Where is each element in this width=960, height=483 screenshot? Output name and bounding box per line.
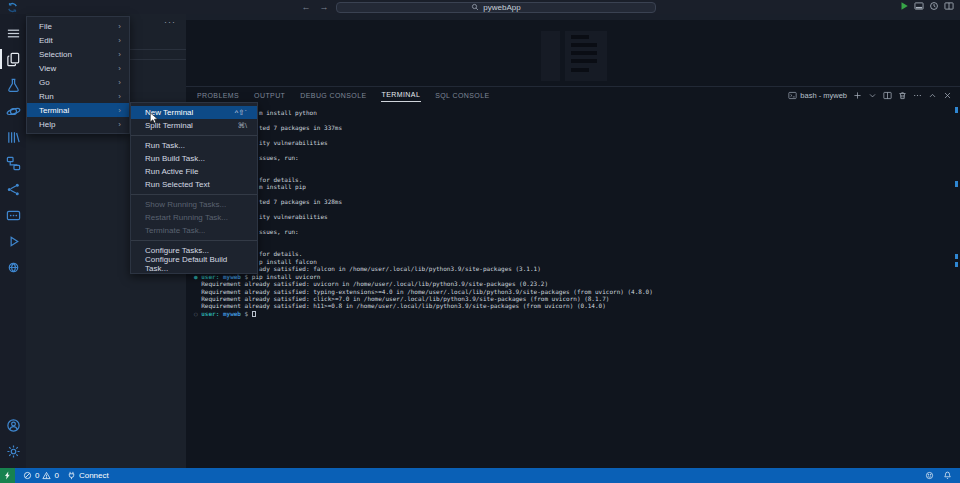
panel-tab-problems[interactable]: PROBLEMS — [196, 89, 240, 102]
globe-icon[interactable] — [0, 254, 26, 280]
menu-item-file[interactable]: File› — [27, 19, 129, 33]
menu-item-label: Run Active File — [145, 167, 198, 176]
run-outline-icon[interactable] — [0, 228, 26, 254]
activity-bar — [0, 14, 26, 468]
back-icon[interactable]: ← — [300, 1, 312, 13]
scrollbar-command-mark — [955, 181, 958, 187]
terminal-line: ity vulnerabilities — [194, 139, 948, 146]
hierarchy-icon[interactable] — [0, 150, 26, 176]
menu-item-view[interactable]: View› — [27, 61, 129, 75]
terminal-line: ● user: myweb $ pip install uvicorn — [194, 273, 948, 280]
terminal-cursor — [252, 311, 256, 317]
menu-item-terminate-task: Terminate Task... — [131, 224, 257, 237]
menu-item-selection[interactable]: Selection› — [27, 47, 129, 61]
connect-button[interactable]: Connect — [67, 471, 109, 480]
files-icon[interactable] — [0, 46, 26, 72]
error-icon — [23, 471, 32, 480]
close-icon[interactable] — [943, 91, 952, 100]
menu-item-run-task[interactable]: Run Task... — [131, 139, 257, 152]
menu-item-shortcut: ^⇧` — [235, 108, 247, 117]
menu-item-label: Restart Running Task... — [145, 213, 228, 222]
titlebar-actions — [899, 1, 954, 11]
bell-icon[interactable] — [943, 471, 952, 480]
terminal-line: ted 7 packages in 337ms — [194, 124, 948, 131]
terminal-line — [194, 131, 948, 138]
panel-toolbar: bash - myweb — [788, 87, 952, 103]
menu-item-help[interactable]: Help› — [27, 117, 129, 131]
trash-icon[interactable] — [898, 91, 907, 100]
plus-icon[interactable] — [853, 91, 862, 100]
menu-item-shortcut: ⌘\ — [237, 121, 247, 130]
menu-item-run-build-task[interactable]: Run Build Task... — [131, 152, 257, 165]
more-icon[interactable] — [913, 91, 922, 100]
menu-item-edit[interactable]: Edit› — [27, 33, 129, 47]
panel-toggle-icon[interactable] — [914, 1, 924, 11]
chevron-up-icon[interactable] — [928, 91, 937, 100]
terminal-line: ssues, run: — [194, 228, 948, 235]
terminal-line: for details. — [194, 176, 948, 183]
menu-item-label: Show Running Tasks... — [145, 200, 226, 209]
menu-item-go[interactable]: Go› — [27, 75, 129, 89]
run-icon[interactable] — [899, 1, 909, 11]
menu-item-run[interactable]: Run› — [27, 89, 129, 103]
forward-icon[interactable]: → — [318, 1, 330, 13]
menu-item-run-active-file[interactable]: Run Active File — [131, 165, 257, 178]
terminal-session-picker[interactable]: bash - myweb — [788, 91, 847, 100]
menu-item-label: Run — [39, 92, 54, 101]
history-icon[interactable] — [929, 1, 939, 11]
submenu-chevron-icon: › — [118, 36, 121, 45]
scrollbar-command-mark — [955, 262, 958, 267]
connect-label: Connect — [79, 471, 109, 480]
panel-tab-debug-console[interactable]: DEBUG CONSOLE — [299, 89, 367, 102]
panel-tab-output[interactable]: OUTPUT — [253, 89, 286, 102]
submenu-chevron-icon: › — [118, 22, 121, 31]
terminal-line: for details. — [194, 250, 948, 257]
editor-area: PROBLEMSOUTPUTDEBUG CONSOLETERMINALSQL C… — [186, 14, 960, 468]
terminal-icon — [788, 91, 797, 100]
panel-header: PROBLEMSOUTPUTDEBUG CONSOLETERMINALSQL C… — [186, 87, 960, 103]
menu-item-configure-default-build-task[interactable]: Configure Default Build Task... — [131, 257, 257, 270]
terminal-output[interactable]: m install python ted 7 packages in 337ms… — [194, 109, 948, 317]
chevron-down-icon[interactable] — [868, 91, 877, 100]
feedback-icon[interactable] — [925, 471, 934, 480]
search-input[interactable]: pywebApp — [336, 2, 656, 13]
library-icon[interactable] — [0, 124, 26, 150]
account-icon[interactable] — [0, 412, 26, 438]
menu-item-label: Go — [39, 78, 50, 87]
menu-icon[interactable] — [0, 20, 26, 46]
planet-icon[interactable] — [0, 98, 26, 124]
api-icon[interactable] — [0, 202, 26, 228]
sidebar-more-actions-icon[interactable]: ··· — [164, 17, 176, 27]
menu-item-label: Run Selected Text — [145, 180, 210, 189]
settings-icon[interactable] — [0, 438, 26, 464]
menu-item-run-selected-text[interactable]: Run Selected Text — [131, 178, 257, 191]
panel-tab-sql-console[interactable]: SQL CONSOLE — [434, 89, 490, 102]
terminal-line: ○ user: myweb $ — [194, 310, 948, 317]
bottom-panel: PROBLEMSOUTPUTDEBUG CONSOLETERMINALSQL C… — [186, 86, 960, 468]
terminal-line: p install falcon — [194, 258, 948, 265]
search-icon — [471, 3, 479, 11]
terminal-line: ity vulnerabilities — [194, 213, 948, 220]
menu-item-terminal[interactable]: Terminal› — [27, 103, 129, 117]
menu-item-label: Terminal — [39, 106, 69, 115]
menu-item-label: Configure Default Build Task... — [145, 255, 247, 273]
share-icon[interactable] — [0, 176, 26, 202]
terminal-line — [194, 146, 948, 153]
scrollbar-command-mark — [955, 107, 958, 113]
terminal-line: Requirement already satisfied: typing-ex… — [194, 288, 948, 295]
menu-item-label: File — [39, 22, 52, 31]
problems-status[interactable]: 0 0 — [23, 471, 59, 480]
remote-indicator[interactable] — [0, 468, 15, 483]
menubar-menu: File›Edit›Selection›View›Go›Run›Terminal… — [26, 16, 130, 134]
flask-icon[interactable] — [0, 72, 26, 98]
layout-icon[interactable] — [944, 1, 954, 11]
panel-tab-terminal[interactable]: TERMINAL — [381, 88, 422, 102]
terminal-line: Requirement already satisfied: click>=7.… — [194, 295, 948, 302]
menu-item-label: Run Build Task... — [145, 154, 205, 163]
menu-separator — [131, 194, 257, 195]
terminal-line: ssues, run: — [194, 154, 948, 161]
split-icon[interactable] — [883, 91, 892, 100]
scrollbar-command-mark — [955, 254, 958, 259]
app-logo-icon — [7, 2, 18, 13]
activity-bar-bottom — [0, 412, 26, 468]
